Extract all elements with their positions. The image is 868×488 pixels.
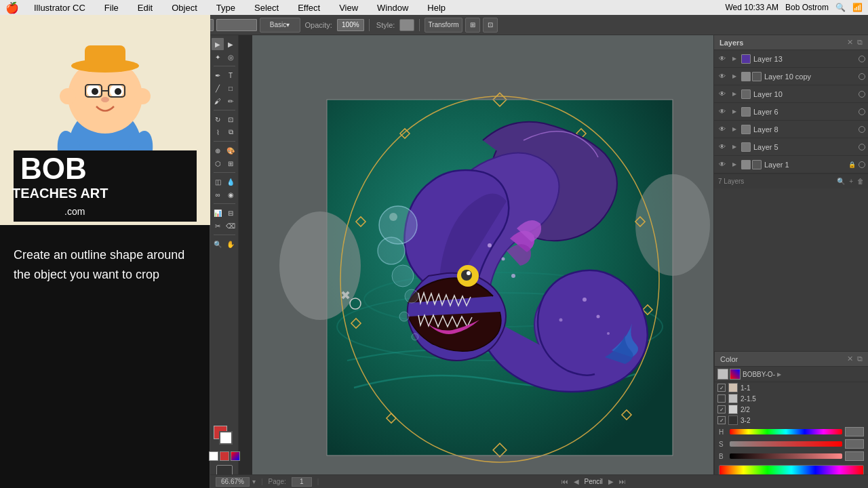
layers-expand-btn[interactable]: ⧉: [857, 38, 863, 47]
color-item-3-2[interactable]: ✓ 3-2: [715, 415, 868, 426]
direct-select-tool[interactable]: ▶: [224, 38, 237, 50]
play-back-btn[interactable]: ⏮: [561, 478, 568, 485]
apple-menu[interactable]: 🍎: [5, 1, 19, 14]
blend-tool[interactable]: ∞: [212, 188, 224, 201]
layer-5-arrow[interactable]: ▶: [730, 143, 738, 151]
b-slider[interactable]: [730, 453, 842, 459]
slice-tool[interactable]: ✂: [212, 220, 224, 232]
symbol-tool[interactable]: ◉: [224, 188, 237, 201]
hand-tool[interactable]: ✋: [224, 238, 237, 250]
play-next-btn[interactable]: ▶: [608, 478, 614, 485]
none-color-btn[interactable]: [209, 451, 218, 461]
live-paint-tool[interactable]: 🎨: [224, 144, 237, 157]
column-graph-tool[interactable]: 📊: [212, 207, 224, 219]
select-tool[interactable]: ▶: [212, 38, 224, 50]
group-swatch-1[interactable]: [717, 369, 728, 380]
s-value[interactable]: [845, 439, 864, 449]
color-item-2-2[interactable]: ✓ 2/2: [715, 404, 868, 415]
zoom-input[interactable]: [216, 477, 250, 487]
layer-item-5[interactable]: 👁 ▶ Layer 5: [714, 138, 868, 156]
artboard-svg[interactable]: ✖: [252, 35, 713, 476]
pathfinder-btn[interactable]: ⊡: [483, 18, 498, 33]
layer-item-1[interactable]: 👁 ▶ Layer 1 🔒: [714, 156, 868, 174]
menu-edit[interactable]: Edit: [134, 1, 157, 14]
stroke-weight-input[interactable]: [216, 19, 257, 31]
color-item-2-1-5[interactable]: 2-1.5: [715, 393, 868, 404]
magic-wand-tool[interactable]: ✦: [212, 51, 224, 63]
layer-1-arrow[interactable]: ▶: [730, 161, 738, 169]
layer-1-eye[interactable]: 👁: [717, 159, 728, 170]
menu-object[interactable]: Object: [167, 1, 201, 14]
gradient-tool[interactable]: ◫: [212, 176, 224, 188]
zoom-dropdown-arrow[interactable]: ▾: [252, 478, 256, 485]
lasso-tool[interactable]: ◎: [224, 51, 237, 63]
color-mode-row: [209, 451, 240, 461]
menu-file[interactable]: File: [100, 1, 123, 14]
artboard-tool[interactable]: ⊟: [224, 207, 237, 219]
layers-del-btn[interactable]: 🗑: [857, 178, 864, 185]
paintbrush-tool[interactable]: 🖌: [212, 95, 224, 107]
stroke-color-box[interactable]: [219, 431, 233, 445]
layer-6-arrow[interactable]: ▶: [730, 108, 738, 116]
layer-8-arrow[interactable]: ▶: [730, 125, 738, 134]
layer-10-eye[interactable]: 👁: [717, 89, 728, 100]
color-close-btn[interactable]: ✕: [847, 354, 853, 363]
play-end-btn[interactable]: ⏭: [619, 478, 626, 485]
line-tool[interactable]: ╱: [212, 82, 224, 94]
play-prev-btn[interactable]: ◀: [574, 478, 579, 485]
gradient-btn[interactable]: [231, 451, 240, 461]
layer-5-eye[interactable]: 👁: [717, 142, 728, 152]
menu-type[interactable]: Type: [212, 1, 239, 14]
h-slider[interactable]: [730, 429, 842, 434]
align-btn[interactable]: ⊞: [465, 18, 480, 33]
layer-item-10copy[interactable]: 👁 ▶ Layer 10 copy: [714, 68, 868, 85]
layers-locate-btn[interactable]: 🔍: [837, 178, 845, 185]
transform-tool[interactable]: ⧉: [224, 126, 237, 138]
menu-search-icon[interactable]: 🔍: [835, 3, 846, 12]
pen-tool[interactable]: ✒: [212, 69, 224, 81]
menu-view[interactable]: View: [335, 1, 362, 14]
b-value[interactable]: [845, 451, 864, 461]
menu-window[interactable]: Window: [373, 1, 412, 14]
zoom-tool[interactable]: 🔍: [212, 238, 224, 250]
layer-item-13[interactable]: 👁 ▶ Layer 13: [714, 50, 868, 68]
perspective-tool[interactable]: ⬡: [212, 157, 224, 169]
type-tool[interactable]: T: [224, 69, 237, 81]
color-btn[interactable]: [220, 451, 229, 461]
group-swatch-2[interactable]: [730, 369, 741, 380]
style-swatch-btn[interactable]: [399, 19, 414, 31]
menu-help[interactable]: Help: [423, 1, 450, 14]
layer-13-arrow[interactable]: ▶: [730, 55, 738, 63]
layers-close-btn[interactable]: ✕: [847, 38, 853, 47]
page-input[interactable]: [292, 477, 312, 487]
color-expand-btn[interactable]: ⧉: [857, 354, 863, 363]
menu-select[interactable]: Select: [250, 1, 283, 14]
layer-8-eye[interactable]: 👁: [717, 124, 728, 135]
warp-tool[interactable]: ⌇: [212, 126, 224, 138]
transform-btn[interactable]: Transform: [425, 18, 462, 33]
layer-item-6[interactable]: 👁 ▶ Layer 6: [714, 103, 868, 121]
color-item-1-1[interactable]: ✓ 1-1: [715, 382, 868, 393]
pencil-tool[interactable]: ✏: [224, 95, 237, 107]
layer-10copy-eye[interactable]: 👁: [717, 71, 728, 82]
scale-tool[interactable]: ⊡: [224, 113, 237, 125]
layer-13-eye[interactable]: 👁: [717, 54, 728, 64]
eyedropper-tool[interactable]: 💧: [224, 176, 237, 188]
layer-10-arrow[interactable]: ▶: [730, 90, 738, 98]
layer-item-10[interactable]: 👁 ▶ Layer 10: [714, 85, 868, 103]
shape-builder-tool[interactable]: ⊕: [212, 144, 224, 157]
basic-dropdown[interactable]: Basic ▾: [260, 18, 300, 33]
menu-effect[interactable]: Effect: [294, 1, 324, 14]
rect-tool[interactable]: □: [224, 82, 237, 94]
layers-add-btn[interactable]: +: [849, 178, 853, 185]
layer-10copy-arrow[interactable]: ▶: [730, 73, 738, 81]
s-slider[interactable]: [730, 441, 842, 447]
eraser-tool[interactable]: ⌫: [224, 220, 237, 232]
opacity-input[interactable]: [337, 19, 364, 31]
mesh-tool[interactable]: ⊞: [224, 157, 237, 169]
h-value[interactable]: [845, 427, 864, 436]
menu-illustrator[interactable]: Illustrator CC: [30, 1, 90, 14]
rotate-tool[interactable]: ↻: [212, 113, 224, 125]
layer-6-eye[interactable]: 👁: [717, 106, 728, 117]
layer-item-8[interactable]: 👁 ▶ Layer 8: [714, 121, 868, 138]
